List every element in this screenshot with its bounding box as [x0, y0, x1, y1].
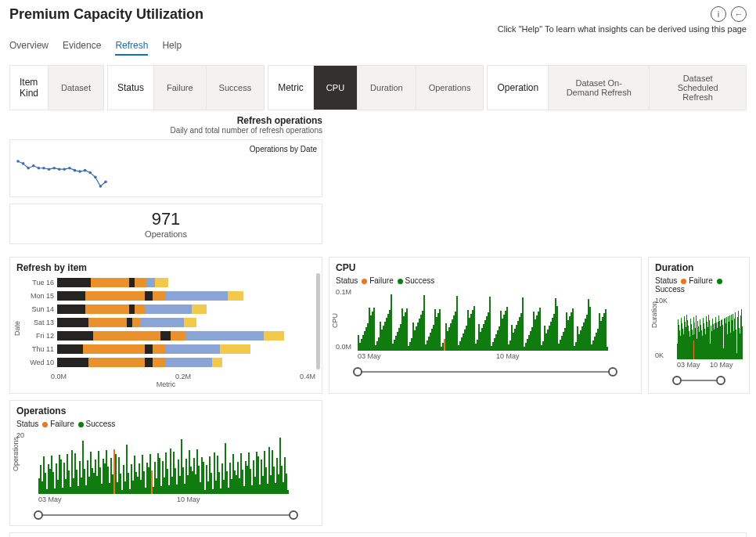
bar-segment[interactable]	[129, 278, 135, 287]
hbar-row[interactable]: Fri 12	[23, 330, 315, 342]
filter-cpu[interactable]: CPU	[314, 65, 358, 110]
bar[interactable]	[203, 462, 204, 494]
bar[interactable]	[287, 490, 289, 494]
bar-segment[interactable]	[147, 278, 155, 287]
svg-point-8	[58, 168, 61, 171]
bar-segment[interactable]	[212, 358, 222, 367]
refresh-detail-card: Refresh detail Timestamp▲ItemOperationNa…	[9, 532, 747, 537]
bar-segment[interactable]	[88, 358, 146, 367]
bar[interactable]	[373, 308, 375, 351]
bar-segment[interactable]	[85, 305, 129, 314]
filter-dataset-scheduled-refresh[interactable]: Dataset Scheduled Refresh	[650, 65, 747, 110]
hbar-row[interactable]: Wed 10	[23, 356, 315, 369]
bar-segment[interactable]	[140, 318, 184, 327]
time-slider[interactable]	[677, 375, 721, 386]
hbar-row[interactable]: Sun 14	[23, 303, 315, 315]
back-icon[interactable]: ←	[731, 6, 747, 22]
bar-segment[interactable]	[129, 305, 135, 314]
bar-segment[interactable]	[145, 305, 191, 314]
svg-point-7	[52, 167, 56, 170]
total-card[interactable]: 971 Operations	[9, 204, 322, 244]
bar-segment[interactable]	[57, 331, 93, 341]
bar-segment[interactable]	[153, 358, 166, 367]
bar-segment[interactable]	[57, 278, 91, 287]
bar[interactable]	[456, 296, 458, 351]
side-panel: Refresh operations Daily and total numbe…	[9, 115, 322, 250]
bar-segment[interactable]	[186, 331, 264, 341]
nav-overview[interactable]: Overview	[9, 37, 49, 56]
bar-segment[interactable]	[132, 318, 140, 327]
bar[interactable]	[489, 297, 491, 351]
time-slider[interactable]	[358, 366, 613, 377]
time-slider[interactable]	[38, 510, 293, 521]
svg-point-16	[99, 185, 103, 188]
hbar-row[interactable]: Thu 11	[23, 343, 315, 355]
bar[interactable]	[607, 347, 608, 351]
bar[interactable]	[572, 308, 574, 351]
bar-segment[interactable]	[57, 344, 83, 354]
cpu-card: CPU Status Failure Success CPU 0.1M 0.0M…	[329, 257, 642, 394]
bar-segment[interactable]	[145, 358, 153, 367]
svg-point-2	[27, 167, 30, 170]
bar-segment[interactable]	[220, 344, 251, 354]
bar-segment[interactable]	[88, 318, 128, 327]
bar-segment[interactable]	[192, 305, 207, 314]
bar-segment[interactable]	[83, 344, 145, 354]
total-label: Operations	[15, 229, 317, 239]
bar[interactable]	[605, 309, 607, 351]
bar-segment[interactable]	[91, 278, 130, 287]
filter-failure[interactable]: Failure	[154, 65, 207, 110]
bar[interactable]	[406, 308, 408, 351]
filter-dataset[interactable]: Dataset	[49, 65, 104, 110]
bar-segment[interactable]	[166, 344, 220, 354]
filter-duration[interactable]: Duration	[358, 65, 416, 110]
bar-segment[interactable]	[135, 278, 148, 287]
bar-segment[interactable]	[166, 291, 228, 301]
scrollbar[interactable]	[316, 273, 320, 369]
bar-segment[interactable]	[145, 291, 153, 301]
hbar-row[interactable]: Tue 16	[23, 276, 315, 289]
bar-segment[interactable]	[160, 331, 171, 341]
bar-segment[interactable]	[93, 331, 160, 341]
nav-evidence[interactable]: Evidence	[63, 37, 101, 56]
legend: Status Failure Success	[16, 420, 315, 428]
nav-refresh[interactable]: Refresh	[115, 37, 148, 56]
nav-help[interactable]: Help	[162, 37, 182, 56]
bar-segment[interactable]	[135, 305, 145, 314]
bar-segment[interactable]	[228, 291, 243, 301]
bar-segment[interactable]	[57, 305, 85, 314]
bar[interactable]	[539, 308, 541, 351]
bar-segment[interactable]	[264, 331, 284, 341]
hbar-label: Thu 11	[23, 345, 57, 353]
bar-segment[interactable]	[57, 318, 88, 327]
filter-dataset-on-demand-refresh[interactable]: Dataset On-Demand Refresh	[549, 65, 650, 110]
bar[interactable]	[423, 295, 425, 351]
y-axis-label: Date	[13, 321, 21, 336]
filter-success[interactable]: Success	[207, 65, 265, 110]
bar-segment[interactable]	[153, 344, 166, 354]
hbar-row[interactable]: Sat 13	[23, 316, 315, 329]
info-icon[interactable]: i	[711, 6, 726, 22]
bar-segment[interactable]	[85, 291, 145, 301]
bar-segment[interactable]	[57, 358, 88, 367]
bar-segment[interactable]	[155, 278, 168, 287]
bar[interactable]	[391, 294, 392, 351]
filter-operations[interactable]: Operations	[416, 65, 484, 110]
bar-segment[interactable]	[127, 318, 132, 327]
bar[interactable]	[522, 297, 524, 351]
bar-segment[interactable]	[184, 318, 197, 327]
bar-segment[interactable]	[166, 358, 212, 367]
hbar-row[interactable]: Mon 15	[23, 290, 315, 302]
bar-segment[interactable]	[145, 344, 153, 354]
svg-point-15	[94, 176, 97, 179]
x-axis-label: Metric	[16, 380, 315, 388]
bar-segment[interactable]	[171, 331, 186, 341]
bar[interactable]	[439, 309, 441, 351]
svg-point-1	[22, 162, 25, 165]
filter-label: Metric	[268, 65, 314, 110]
bar-segment[interactable]	[57, 291, 85, 301]
sparkline-card[interactable]: Operations by Date	[9, 139, 322, 197]
legend: Status Failure Success	[336, 276, 635, 285]
bar-segment[interactable]	[153, 291, 166, 301]
total-number: 971	[15, 209, 317, 229]
